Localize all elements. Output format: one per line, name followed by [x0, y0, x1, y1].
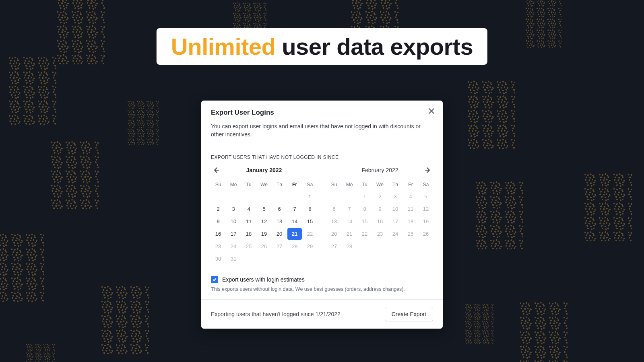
- day-cell[interactable]: 28: [342, 241, 357, 252]
- day-cell[interactable]: 28: [287, 241, 302, 252]
- day-cell[interactable]: 20: [272, 228, 287, 240]
- day-cell[interactable]: 10: [388, 203, 402, 215]
- export-estimates-checkbox[interactable]: [211, 276, 218, 283]
- headline-rest: user data exports: [276, 33, 473, 60]
- day-empty: [342, 191, 357, 202]
- day-cell[interactable]: 3: [226, 203, 241, 215]
- checkbox-label: Export users with login estimates: [222, 276, 305, 283]
- check-icon: [212, 277, 217, 282]
- footer-status: Exporting users that haven't logged sinc…: [211, 311, 341, 317]
- day-cell[interactable]: 7: [287, 203, 302, 215]
- day-cell[interactable]: 26: [419, 228, 433, 240]
- day-cell[interactable]: 12: [257, 216, 271, 227]
- calendar-left: January 2022 SuMoTuWeThFrSa1234567891011…: [211, 165, 317, 265]
- day-cell[interactable]: 19: [419, 216, 433, 227]
- create-export-button[interactable]: Create Export: [385, 307, 433, 321]
- day-empty: [257, 191, 271, 202]
- prev-month-button[interactable]: [211, 165, 221, 175]
- left-month-title: January 2022: [246, 167, 282, 173]
- day-cell[interactable]: 9: [211, 216, 225, 227]
- day-cell[interactable]: 6: [272, 203, 287, 215]
- day-cell[interactable]: 8: [357, 203, 372, 215]
- day-cell[interactable]: 31: [226, 253, 241, 265]
- day-cell[interactable]: 21: [342, 228, 357, 240]
- day-cell[interactable]: 29: [303, 241, 317, 252]
- headline-accent: Unlimited: [171, 33, 276, 60]
- day-cell[interactable]: 17: [226, 228, 241, 240]
- date-section: EXPORT USERS THAT HAVE NOT LOGGED IN SIN…: [201, 147, 443, 269]
- day-cell[interactable]: 2: [373, 191, 387, 202]
- dow-header: Mo: [226, 179, 241, 190]
- day-cell[interactable]: 23: [211, 241, 225, 252]
- checkbox-row: Export users with login estimates: [201, 269, 443, 286]
- headline-banner: Unlimited user data exports: [157, 28, 487, 65]
- day-cell[interactable]: 14: [287, 216, 302, 227]
- day-cell[interactable]: 11: [242, 216, 256, 227]
- day-cell[interactable]: 7: [342, 203, 357, 215]
- section-label: EXPORT USERS THAT HAVE NOT LOGGED IN SIN…: [211, 154, 433, 160]
- dow-header: Mo: [342, 179, 357, 190]
- day-cell[interactable]: 17: [388, 216, 402, 227]
- modal-footer: Exporting users that haven't logged sinc…: [201, 300, 443, 329]
- day-cell[interactable]: 5: [419, 191, 433, 202]
- day-empty: [287, 191, 302, 202]
- next-month-button[interactable]: [423, 165, 433, 175]
- dow-header: Fr: [403, 179, 418, 190]
- day-cell[interactable]: 13: [327, 216, 341, 227]
- day-cell[interactable]: 13: [272, 216, 287, 227]
- dow-header: Sa: [303, 179, 317, 190]
- day-empty: [272, 191, 287, 202]
- day-cell[interactable]: 18: [403, 216, 418, 227]
- day-cell[interactable]: 21: [287, 228, 302, 240]
- day-cell[interactable]: 6: [327, 203, 341, 215]
- day-cell[interactable]: 20: [327, 228, 341, 240]
- day-cell[interactable]: 3: [388, 191, 402, 202]
- close-button[interactable]: [426, 105, 437, 117]
- day-cell[interactable]: 24: [226, 241, 241, 252]
- day-cell[interactable]: 30: [211, 253, 225, 265]
- export-modal: Export User Logins You can export user l…: [201, 101, 443, 329]
- day-cell[interactable]: 24: [388, 228, 402, 240]
- day-cell[interactable]: 12: [419, 203, 433, 215]
- day-cell[interactable]: 2: [211, 203, 225, 215]
- day-cell[interactable]: 1: [303, 191, 317, 202]
- arrow-right-icon: [425, 167, 431, 173]
- day-cell[interactable]: 10: [226, 216, 241, 227]
- dow-header: Su: [211, 179, 225, 190]
- day-cell[interactable]: 18: [242, 228, 256, 240]
- modal-title: Export User Logins: [211, 109, 433, 117]
- day-cell[interactable]: 8: [303, 203, 317, 215]
- dow-header: Tu: [242, 179, 256, 190]
- day-cell[interactable]: 27: [272, 241, 287, 252]
- day-cell[interactable]: 1: [357, 191, 372, 202]
- dow-header: Tu: [357, 179, 372, 190]
- day-cell[interactable]: 16: [211, 228, 225, 240]
- day-cell[interactable]: 26: [257, 241, 271, 252]
- day-cell[interactable]: 14: [342, 216, 357, 227]
- day-cell[interactable]: 9: [373, 203, 387, 215]
- dow-header: Th: [272, 179, 287, 190]
- modal-description: You can export user logins and email use…: [201, 117, 443, 147]
- day-cell[interactable]: 4: [242, 203, 256, 215]
- dow-header: Sa: [419, 179, 433, 190]
- checkbox-help: This exports users without login data. W…: [201, 286, 443, 299]
- calendar-left-grid: SuMoTuWeThFrSa12345678910111213141516171…: [211, 179, 317, 265]
- day-cell[interactable]: 25: [403, 228, 418, 240]
- day-cell[interactable]: 27: [327, 241, 341, 252]
- day-cell[interactable]: 19: [257, 228, 271, 240]
- day-cell[interactable]: 25: [242, 241, 256, 252]
- day-cell[interactable]: 11: [403, 203, 418, 215]
- day-cell[interactable]: 4: [403, 191, 418, 202]
- day-cell[interactable]: 16: [373, 216, 387, 227]
- dow-header: We: [373, 179, 387, 190]
- day-cell[interactable]: 5: [257, 203, 271, 215]
- day-cell[interactable]: 15: [357, 216, 372, 227]
- day-cell[interactable]: 15: [303, 216, 317, 227]
- day-cell[interactable]: 22: [357, 228, 372, 240]
- day-empty: [211, 191, 225, 202]
- modal-header: Export User Logins: [201, 101, 443, 117]
- calendar-right-grid: SuMoTuWeThFrSa12345678910111213141516171…: [327, 179, 433, 252]
- day-cell[interactable]: 22: [303, 228, 317, 240]
- day-cell[interactable]: 23: [373, 228, 387, 240]
- close-icon: [428, 108, 435, 114]
